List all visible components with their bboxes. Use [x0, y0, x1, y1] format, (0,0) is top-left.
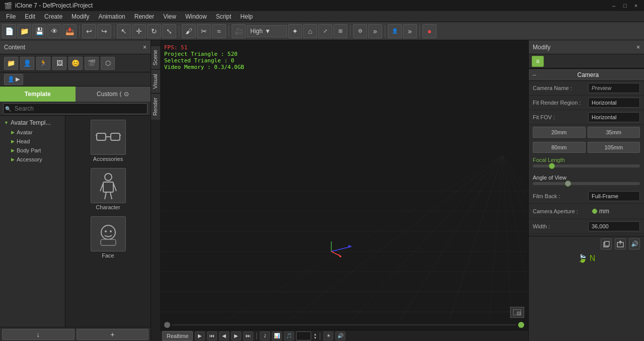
- menu-edit[interactable]: Edit: [21, 12, 39, 21]
- paint-btn[interactable]: 🖌: [182, 24, 196, 38]
- modify-close-btn[interactable]: ×: [636, 44, 640, 51]
- record-btn[interactable]: ●: [422, 24, 437, 38]
- new-btn[interactable]: 📄: [2, 24, 16, 38]
- prev-frame-btn[interactable]: ◀: [219, 331, 229, 340]
- settings-btn[interactable]: ⚙: [353, 24, 367, 38]
- camera-name-value[interactable]: Preview: [588, 83, 640, 93]
- angle-of-view-thumb[interactable]: [565, 181, 571, 187]
- minimize-btn[interactable]: –: [610, 3, 618, 9]
- pip-button[interactable]: [510, 307, 524, 318]
- focal-20mm-btn[interactable]: 20mm: [533, 127, 586, 138]
- to-start-btn[interactable]: ⏮: [207, 331, 217, 340]
- next-frame-btn[interactable]: ▶: [231, 331, 241, 340]
- tab-3d[interactable]: ⬡: [101, 57, 115, 70]
- width-value[interactable]: 36,000: [588, 221, 640, 231]
- user-select-btn[interactable]: 👤 ▶: [4, 74, 23, 85]
- asset-face[interactable]: Face: [67, 214, 149, 261]
- audio-btn[interactable]: 🔊: [335, 331, 345, 340]
- copy-icon-btn[interactable]: [601, 238, 612, 249]
- visual-tab[interactable]: Visual: [151, 69, 160, 93]
- timeline-view-btn[interactable]: 📊: [272, 331, 282, 340]
- frame-up[interactable]: ▲: [313, 332, 317, 336]
- tab-person[interactable]: 👤: [20, 57, 34, 70]
- tab-image[interactable]: 🖼: [52, 57, 66, 70]
- frame-spinners[interactable]: ▲ ▼: [313, 332, 317, 339]
- aperture-radio-dot[interactable]: [592, 209, 597, 214]
- more2-btn[interactable]: »: [403, 24, 417, 38]
- scrubber-handle[interactable]: [164, 322, 170, 328]
- fit-btn[interactable]: ⤢: [318, 24, 332, 38]
- save-btn[interactable]: 💾: [32, 24, 46, 38]
- zoom-fit-btn[interactable]: ⊞: [333, 24, 347, 38]
- focal-80mm-btn[interactable]: 80mm: [533, 142, 586, 153]
- tree-root-item[interactable]: ▼ Avatar Templ...: [0, 118, 65, 128]
- frame-down[interactable]: ▼: [313, 336, 317, 339]
- frame-input[interactable]: 1: [296, 331, 311, 340]
- modify-settings-btn[interactable]: ≡: [532, 56, 544, 67]
- export-icon-btn[interactable]: [615, 238, 626, 249]
- asset-character[interactable]: Character: [67, 166, 149, 212]
- focal-105mm-btn[interactable]: 105mm: [588, 142, 640, 153]
- menu-script[interactable]: Script: [212, 12, 236, 21]
- to-end-btn[interactable]: ⏭: [243, 331, 253, 340]
- fit-render-value[interactable]: Horizontal: [588, 98, 640, 108]
- menu-window[interactable]: Window: [181, 12, 211, 21]
- asset-accessories[interactable]: Accessories: [67, 118, 149, 164]
- undo-btn[interactable]: ↩: [82, 24, 96, 38]
- tree-child-avatar[interactable]: ▶ Avatar: [0, 128, 65, 137]
- angle-of-view-track[interactable]: [533, 182, 640, 185]
- menu-create[interactable]: Create: [40, 12, 66, 21]
- content-close-btn[interactable]: ×: [143, 44, 147, 51]
- tab-custom[interactable]: Custom ⟨ ⊙: [76, 87, 151, 102]
- menu-modify[interactable]: Modify: [67, 12, 93, 21]
- realtime-button[interactable]: Realtime: [162, 331, 193, 341]
- camera-header[interactable]: – Camera: [529, 69, 644, 81]
- tree-child-accessory[interactable]: ▶ Accessory: [0, 155, 65, 164]
- scrubber-track[interactable]: [172, 324, 516, 325]
- focal-length-thumb[interactable]: [549, 163, 555, 169]
- download-btn[interactable]: ↓: [2, 329, 75, 340]
- tree-child-head[interactable]: ▶ Head: [0, 137, 65, 146]
- play-btn[interactable]: ▶: [195, 331, 205, 340]
- more-btn[interactable]: »: [368, 24, 382, 38]
- search-input[interactable]: [3, 103, 148, 114]
- viewport[interactable]: FPS: 51 Project Triangle : 520 Selected …: [160, 40, 528, 341]
- move-btn[interactable]: ✛: [132, 24, 146, 38]
- tab-video[interactable]: 🎬: [85, 57, 99, 70]
- tree-child-bodypart[interactable]: ▶ Body Part: [0, 146, 65, 155]
- clip-btn[interactable]: ✂: [197, 24, 211, 38]
- light-btn[interactable]: ✦: [288, 24, 302, 38]
- sun-btn[interactable]: ☀: [323, 331, 333, 340]
- titlebar-controls[interactable]: – □ ×: [610, 3, 640, 9]
- fit-fov-value[interactable]: Horizontal: [588, 112, 640, 122]
- tab-template[interactable]: Template: [0, 87, 76, 102]
- redo-btn[interactable]: ↪: [97, 24, 111, 38]
- open-btn[interactable]: 📁: [17, 24, 31, 38]
- menu-view[interactable]: View: [159, 12, 180, 21]
- maximize-btn[interactable]: □: [621, 3, 629, 9]
- rotate-btn[interactable]: ↻: [147, 24, 161, 38]
- tab-folder[interactable]: 📁: [4, 57, 18, 70]
- music-btn[interactable]: 🎵: [284, 331, 294, 340]
- menu-render[interactable]: Render: [130, 12, 158, 21]
- loop-btn[interactable]: ⤸: [260, 331, 270, 340]
- menu-animation[interactable]: Animation: [94, 12, 129, 21]
- scale-btn[interactable]: ⤡: [162, 24, 176, 38]
- quality-dropdown[interactable]: High ▼: [247, 25, 287, 37]
- focal-35mm-btn[interactable]: 35mm: [588, 127, 640, 138]
- char-btn[interactable]: 👤: [388, 24, 402, 38]
- tab-face[interactable]: 😊: [68, 57, 83, 70]
- render-tab[interactable]: Render: [151, 93, 160, 120]
- scene-tab[interactable]: Scene: [151, 45, 160, 69]
- scrubber-end-handle[interactable]: [518, 322, 524, 328]
- audio-icon-btn[interactable]: 🔊: [629, 238, 640, 249]
- close-btn[interactable]: ×: [632, 3, 640, 9]
- camera-view-btn[interactable]: 🎥: [232, 24, 246, 38]
- home-btn[interactable]: ⌂: [303, 24, 317, 38]
- render-settings-btn[interactable]: 👁: [47, 24, 61, 38]
- menu-file[interactable]: File: [2, 12, 20, 21]
- select-btn[interactable]: ↖: [117, 24, 131, 38]
- motion-btn[interactable]: ≈: [212, 24, 226, 38]
- add-btn[interactable]: +: [77, 329, 149, 340]
- film-back-value[interactable]: Full-Frame: [588, 191, 640, 201]
